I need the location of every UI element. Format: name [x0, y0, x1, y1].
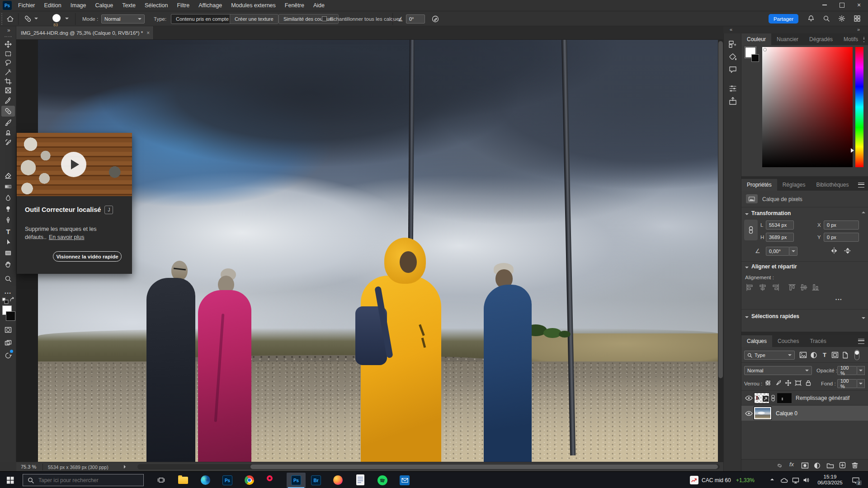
lock-transparency-icon[interactable]	[765, 380, 771, 386]
pressure-icon[interactable]	[431, 15, 439, 23]
filter-adjustment-layers-icon[interactable]	[810, 352, 817, 359]
add-adjustment-icon[interactable]	[814, 462, 821, 469]
history-brush-tool[interactable]	[0, 137, 16, 147]
mask-link-icon[interactable]	[771, 394, 775, 402]
tray-chevron-up-icon[interactable]	[770, 479, 774, 480]
dodge-tool[interactable]	[0, 204, 16, 214]
y-field[interactable]: 0 px	[824, 233, 859, 242]
play-button[interactable]	[61, 152, 86, 177]
hue-slider[interactable]	[855, 47, 863, 167]
menu-aide[interactable]: Aide	[309, 0, 329, 11]
brush-tool[interactable]	[0, 117, 16, 127]
layer-row-generative-fill[interactable]: Remplissage génératif	[741, 391, 868, 405]
filter-type-layers-icon[interactable]: T	[821, 351, 828, 358]
align-section-title[interactable]: Aligner et répartir	[751, 263, 797, 270]
menu-affichage[interactable]: Affichage	[194, 0, 226, 11]
status-expand-icon[interactable]	[124, 465, 126, 469]
link-layers-icon[interactable]	[776, 463, 783, 469]
swap-colors-icon[interactable]	[9, 297, 15, 303]
blur-tool[interactable]	[0, 193, 16, 203]
chrome-icon[interactable]	[245, 475, 254, 485]
rectangle-tool[interactable]	[0, 248, 16, 258]
learn-more-link[interactable]: En savoir plus	[49, 234, 85, 240]
watch-video-button[interactable]: Visionnez la vidéo rapide	[53, 251, 122, 262]
quick-selection-title[interactable]: Sélections rapides	[751, 313, 799, 319]
blend-mode-dropdown[interactable]: Normal	[744, 366, 812, 375]
color-bg-swatch[interactable]	[751, 54, 759, 62]
menu-fichier[interactable]: Fichier	[14, 0, 40, 11]
tab-bibliotheques[interactable]: Bibliothèques	[811, 179, 854, 191]
mini-default-colors-icon[interactable]	[2, 297, 9, 304]
file-explorer-icon[interactable]	[178, 477, 188, 484]
brush-settings-panel-icon[interactable]	[728, 84, 737, 93]
new-layer-icon[interactable]	[839, 462, 846, 469]
panel-menu-icon[interactable]	[858, 339, 864, 344]
hand-tool[interactable]	[0, 259, 16, 269]
notepad-icon[interactable]	[356, 474, 364, 485]
align-bottom-icon[interactable]	[812, 284, 819, 291]
preset-chevron-icon[interactable]	[34, 18, 38, 19]
tab-calques[interactable]: Calques	[741, 335, 772, 347]
mode-dropdown[interactable]: Normal	[101, 14, 145, 23]
layer-name[interactable]: Calque 0	[776, 410, 797, 417]
healing-brush-preset-icon[interactable]	[24, 14, 32, 23]
quick-selection-collapse-icon[interactable]	[745, 316, 749, 318]
notifications-bell-icon[interactable]	[807, 15, 815, 22]
height-field[interactable]: 3689 px	[766, 233, 794, 242]
network-icon[interactable]	[792, 477, 799, 483]
quick-mask-icon[interactable]	[0, 325, 16, 335]
spotify-icon[interactable]	[377, 475, 387, 485]
rotate-view-icon[interactable]	[0, 351, 16, 361]
layer-filter-dropdown[interactable]: Type	[744, 351, 795, 360]
zoom-tool[interactable]	[0, 274, 16, 284]
filter-pixel-layers-icon[interactable]	[799, 352, 807, 358]
align-collapse-icon[interactable]	[745, 267, 749, 268]
object-selection-tool[interactable]	[0, 67, 16, 77]
lasso-tool[interactable]	[0, 58, 16, 68]
lock-all-icon[interactable]	[805, 380, 811, 386]
eyedropper-tool[interactable]	[0, 96, 16, 106]
tooltip-video-thumbnail[interactable]	[17, 133, 132, 196]
photoshop-active-app[interactable]: Ps	[287, 473, 306, 488]
stock-change[interactable]: +1,33%	[736, 477, 755, 483]
width-field[interactable]: 5534 px	[766, 221, 794, 230]
align-top-icon[interactable]	[788, 284, 796, 291]
layer-style-fx-icon[interactable]: fx	[789, 461, 794, 468]
panel-menu-icon[interactable]	[863, 37, 864, 42]
brush-chevron-icon[interactable]	[65, 18, 69, 19]
angle-field[interactable]: 0°	[406, 14, 425, 23]
frame-tool[interactable]	[0, 85, 16, 95]
horizontal-scrollbar-thumb[interactable]	[250, 465, 718, 469]
panel-menu-icon[interactable]	[858, 183, 864, 188]
background-color-swatch[interactable]	[6, 311, 15, 321]
home-icon[interactable]	[6, 15, 14, 23]
bridge-icon[interactable]: Br	[311, 475, 321, 485]
layer-mask-thumbnail[interactable]	[777, 393, 792, 404]
menu-selection[interactable]: Sélection	[140, 0, 172, 11]
tab-proprietes[interactable]: Propriétés	[741, 179, 777, 191]
hue-slider-marker[interactable]	[851, 148, 854, 153]
horizontal-scrollbar[interactable]	[137, 464, 720, 469]
panel-scroll-down-icon[interactable]	[862, 317, 865, 319]
toolbar-expand-icon[interactable]: »	[7, 27, 10, 33]
marquee-tool[interactable]	[0, 49, 16, 59]
layer-thumbnail-photo[interactable]	[754, 407, 771, 419]
tab-close-icon[interactable]: ×	[146, 30, 150, 36]
firefox-icon[interactable]	[333, 475, 343, 485]
photo-canvas[interactable]	[38, 40, 718, 462]
task-view-icon[interactable]	[157, 476, 165, 484]
lock-position-icon[interactable]	[785, 380, 792, 386]
history-panel-icon[interactable]	[728, 40, 737, 49]
share-button[interactable]: Partager	[769, 14, 798, 23]
pen-tool[interactable]	[0, 215, 16, 225]
menu-image[interactable]: Image	[66, 0, 91, 11]
menu-calque[interactable]: Calque	[91, 0, 118, 11]
tab-degrades[interactable]: Dégradés	[804, 33, 838, 45]
brush-size-preview[interactable]	[52, 14, 61, 22]
toolbar-grip[interactable]	[5, 36, 12, 37]
fill-field[interactable]: 100 %	[837, 379, 857, 388]
edge-icon[interactable]	[201, 475, 210, 485]
stock-label[interactable]: CAC mid 60	[702, 477, 731, 483]
menu-texte[interactable]: Texte	[118, 0, 140, 11]
filter-toggle-switch[interactable]	[854, 350, 859, 360]
